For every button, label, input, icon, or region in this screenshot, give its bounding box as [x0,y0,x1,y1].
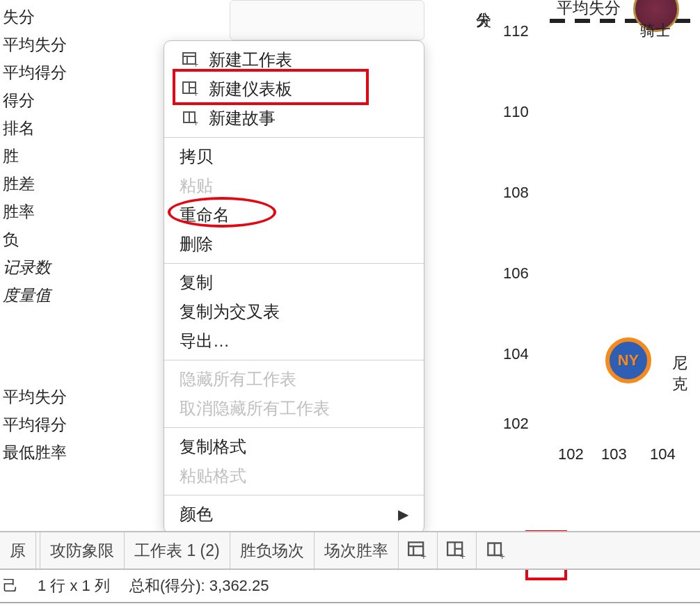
y-tick: 108 [503,184,529,202]
new-worksheet-button[interactable]: + [399,532,438,569]
menu-label: 颜色 [180,502,213,526]
card-shelf [230,0,424,40]
x-tick: 103 [601,445,627,463]
menu-separator [164,263,424,264]
menu-separator [164,137,424,138]
y-tick: 110 [503,103,529,121]
menu-hide-all: 隐藏所有工作表 [164,365,424,394]
status-segment: 1 行 x 1 列 [38,575,110,596]
svg-text:+: + [193,60,198,67]
field-item[interactable]: 平均失分 [3,31,111,58]
menu-copy[interactable]: 拷贝 [164,142,424,171]
menu-label: 删除 [180,232,213,256]
menu-unhide-all: 取消隐藏所有工作表 [164,394,424,423]
svg-text:+: + [499,550,504,559]
status-segment: 总和(得分): 3,362.25 [129,575,269,596]
menu-label: 粘贴格式 [180,464,246,488]
x-tick: 104 [650,445,676,463]
menu-dup-crosstab[interactable]: 复制为交叉表 [164,297,424,326]
field-item[interactable]: 胜率 [3,198,111,225]
sheet-tabs-bar: 原 攻防象限 工作表 1 (2) 胜负场次 场次胜率 + + + [0,531,700,570]
field-item[interactable]: 胜 [3,142,111,170]
field-item[interactable]: 胜差 [3,170,111,198]
tab-worksheet-1-2[interactable]: 工作表 1 (2) [125,532,230,569]
y-tick: 106 [503,264,529,283]
dashboard-add-icon: + [180,81,202,97]
menu-copy-format[interactable]: 复制格式 [164,432,424,461]
menu-label: 重命名 [180,203,230,227]
field-item[interactable]: 平均失分 [3,383,111,411]
data-pane: 失分 平均失分 平均得分 得分 排名 胜 胜差 胜率 负 记录数 度量值 平均失… [0,0,111,529]
svg-text:+: + [193,89,198,97]
menu-label: 复制 [180,271,213,294]
menu-paste: 粘贴 [164,171,424,200]
chevron-right-icon: ▶ [398,502,408,526]
story-add-icon: + [486,541,506,559]
menu-label: 取消隐藏所有工作表 [180,397,330,420]
menu-label: 导出… [180,329,230,353]
new-story-button[interactable]: + [477,532,516,569]
story-add-icon: + [180,111,202,126]
team-label-cavaliers: 骑士 [640,20,671,41]
menu-new-story[interactable]: + 新建故事 [164,104,424,133]
field-item[interactable]: 得分 [3,86,111,114]
x-tick: 102 [558,445,584,463]
team-label-knicks: 尼克 [672,353,700,395]
status-bar: 己 1 行 x 1 列 总和(得分): 3,362.25 [0,570,700,603]
menu-duplicate[interactable]: 复制 [164,268,424,297]
field-item[interactable]: 负 [3,225,111,253]
svg-text:+: + [421,550,427,559]
menu-label: 复制格式 [180,435,246,459]
tab-attack-defense[interactable]: 攻防象限 [40,532,125,569]
menu-paste-format: 粘贴格式 [164,461,424,491]
y-tick: 112 [503,22,529,40]
menu-label: 隐藏所有工作表 [180,367,296,391]
menu-export[interactable]: 导出… [164,326,424,356]
menu-delete[interactable]: 删除 [164,230,424,259]
menu-new-dashboard[interactable]: + 新建仪表板 [164,74,424,104]
team-badge-knicks[interactable]: NY [605,337,651,383]
menu-rename[interactable]: 重命名 [164,200,424,230]
menu-label: 新建仪表板 [209,77,292,101]
ny-text: NY [618,351,639,369]
menu-separator [164,495,424,495]
new-dashboard-button[interactable]: + [438,532,477,569]
chart-legend-label: 平均失分 [557,0,621,19]
tab-source[interactable]: 原 [0,532,36,569]
menu-new-worksheet[interactable]: + 新建工作表 [164,45,424,74]
menu-label: 新建故事 [209,106,276,130]
menu-separator [164,427,424,428]
worksheet-add-icon: + [180,52,202,67]
field-item[interactable]: 失分 [3,3,111,31]
field-item[interactable]: 度量值 [3,281,111,309]
menu-label: 新建工作表 [209,48,292,72]
y-tick: 102 [503,415,529,433]
field-item[interactable]: 排名 [3,114,111,142]
menu-label: 粘贴 [180,174,213,198]
field-item[interactable]: 最低胜率 [3,438,111,466]
field-item[interactable]: 平均得分 [3,58,111,86]
context-menu: + 新建工作表 + 新建仪表板 + 新建故事 拷贝 粘贴 重命名 删除 复制 复… [164,40,424,534]
dashboard-add-icon: + [447,541,466,559]
menu-separator [164,360,424,360]
status-segment: 己 [3,575,18,596]
worksheet-add-icon: + [408,541,427,559]
menu-color[interactable]: 颜色 ▶ [164,500,424,529]
tab-win-rate[interactable]: 场次胜率 [315,532,399,569]
tab-win-loss[interactable]: 胜负场次 [230,532,315,569]
svg-text:+: + [460,550,466,559]
menu-label: 复制为交叉表 [180,300,280,324]
y-tick: 104 [503,345,529,363]
field-item[interactable]: 记录数 [3,253,111,281]
menu-label: 拷贝 [180,145,213,168]
field-item[interactable]: 平均得分 [3,411,111,438]
svg-text:+: + [193,118,198,126]
